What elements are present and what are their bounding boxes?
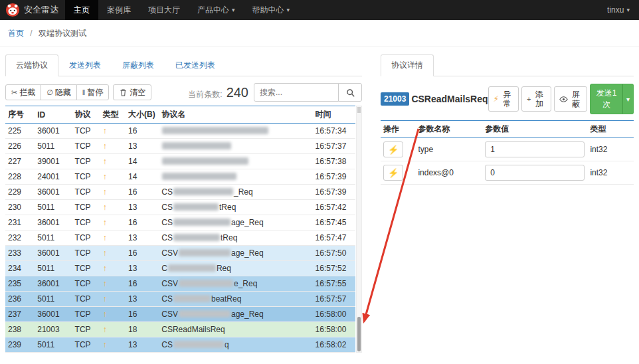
search-group <box>254 83 362 102</box>
row-protocol-name: CSVage_Req <box>159 246 312 261</box>
row-index: 236 <box>5 292 35 307</box>
param-table-body: ⚡typeint32⚡indexs@0int32 <box>381 138 634 185</box>
protocol-name-text: e_Req <box>234 279 257 288</box>
protocol-row[interactable]: 22824001TCP↑1416:57:39 <box>5 169 355 185</box>
send-dropdown-caret[interactable]: ▾ <box>622 84 634 114</box>
row-id: 5011 <box>35 337 72 353</box>
row-id: 36001 <box>35 276 72 292</box>
protocol-name-text: _Req <box>234 187 253 197</box>
row-time: 16:57:39 <box>313 169 355 185</box>
protocol-table: 序号 ID 协议 类型 大小(B) 协议名 时间 22536001TCP↑161… <box>5 106 355 353</box>
exception-button[interactable]: ⚡ 异常 <box>488 86 519 112</box>
protocol-row[interactable]: 2265011TCP↑1316:57:37 <box>5 139 355 154</box>
app-logo-icon <box>5 3 20 17</box>
row-size: 13 <box>126 337 159 353</box>
protocol-row[interactable]: 2395011TCP↑13CSq16:58:02 <box>5 337 355 353</box>
row-direction: ↑ <box>100 230 126 246</box>
param-value-cell <box>482 161 587 185</box>
user-menu[interactable]: tinxu ▾ <box>598 0 639 20</box>
search-button[interactable] <box>338 83 362 102</box>
tab-block-list[interactable]: 屏蔽列表 <box>112 54 165 76</box>
up-arrow-icon: ↑ <box>103 264 107 273</box>
protocol-row[interactable]: 23821003TCP↑18CSReadMailsReq16:58:00 <box>5 322 355 337</box>
protocol-row[interactable]: 2365011TCP↑13CSbeatReq16:57:57 <box>5 292 355 307</box>
protocol-name-text: CSV <box>161 310 178 319</box>
row-protocol: TCP <box>72 276 100 292</box>
param-value-input[interactable] <box>485 165 585 181</box>
search-input[interactable] <box>254 83 339 102</box>
block-button[interactable]: 屏蔽 <box>554 86 587 112</box>
nav-item-case-library[interactable]: 案例库 <box>98 0 139 20</box>
pause-label: 暂停 <box>87 88 103 97</box>
row-protocol-name: CStReq <box>159 200 312 215</box>
row-index: 238 <box>5 322 35 337</box>
header-id: ID <box>35 106 72 124</box>
protocol-row[interactable]: 23736001TCP↑16CSVage_Req16:58:00 <box>5 307 355 322</box>
row-direction: ↑ <box>100 139 126 154</box>
row-id: 21003 <box>35 322 72 337</box>
protocol-table-wrap: 序号 ID 协议 类型 大小(B) 协议名 时间 22536001TCP↑161… <box>5 106 362 353</box>
exception-label: 异常 <box>501 90 513 108</box>
row-protocol-name <box>159 124 312 139</box>
param-exception-button[interactable]: ⚡ <box>383 141 403 157</box>
breadcrumb-home-link[interactable]: 首页 <box>8 29 24 38</box>
row-protocol-name <box>159 169 312 185</box>
nav-item-home[interactable]: 主页 <box>65 0 98 20</box>
breadcrumb-separator: / <box>30 29 32 38</box>
send-button[interactable]: 发送1次 <box>590 84 623 114</box>
row-index: 227 <box>5 154 35 169</box>
row-protocol: TCP <box>72 185 100 200</box>
protocol-row[interactable]: 22936001TCP↑16CS_Req16:57:39 <box>5 185 355 200</box>
row-protocol-name: CSbeatReq <box>159 292 312 307</box>
lightning-icon: ⚡ <box>494 94 499 104</box>
add-button[interactable]: + 添加 <box>521 86 551 112</box>
protocol-row[interactable]: 22536001TCP↑1616:57:34 <box>5 124 355 139</box>
param-value-input[interactable] <box>485 141 585 157</box>
redacted-blur <box>173 188 233 195</box>
row-size: 16 <box>126 276 159 292</box>
row-index: 234 <box>5 261 35 276</box>
row-id: 36001 <box>35 185 72 200</box>
protocol-name-text: beatReq <box>211 294 241 304</box>
nav-item-product-center[interactable]: 产品中心 ▾ <box>189 0 244 20</box>
chevron-down-icon: ▾ <box>232 7 235 13</box>
nav-label: 帮助中心 <box>252 5 284 16</box>
tab-protocol-detail[interactable]: 协议详情 <box>381 54 434 76</box>
header-param-type: 类型 <box>587 121 634 138</box>
row-size: 13 <box>126 139 159 154</box>
row-protocol: TCP <box>72 154 100 169</box>
header-time: 时间 <box>313 106 355 124</box>
up-arrow-icon: ↑ <box>103 126 107 136</box>
row-protocol: TCP <box>72 230 100 246</box>
row-protocol: TCP <box>72 139 100 154</box>
protocol-row[interactable]: 23536001TCP↑16CSVe_Req16:57:55 <box>5 276 355 292</box>
left-tabs: 云端协议 发送列表 屏蔽列表 已发送列表 <box>5 54 362 76</box>
scrollbar-thumb[interactable] <box>357 317 361 351</box>
tab-send-list[interactable]: 发送列表 <box>58 54 112 76</box>
intercept-button[interactable]: ✂ 拦截 <box>5 84 41 100</box>
row-time: 16:57:39 <box>313 185 355 200</box>
scrollbar[interactable] <box>356 106 362 353</box>
pause-button[interactable]: ‖ 暂停 <box>76 84 110 100</box>
protocol-row[interactable]: 2345011TCP↑13CReq16:57:52 <box>5 261 355 276</box>
nav-item-project-hall[interactable]: 项目大厅 <box>139 0 189 20</box>
protocol-row[interactable]: 23136001TCP↑16CSage_Req16:57:45 <box>5 215 355 230</box>
header-param-name: 参数名称 <box>415 121 482 138</box>
protocol-row[interactable]: 2325011TCP↑13CStReq16:57:47 <box>5 230 355 246</box>
row-time: 16:57:45 <box>313 215 355 230</box>
nav-item-help-center[interactable]: 帮助中心 ▾ <box>244 0 299 20</box>
hide-button[interactable]: ∅ 隐藏 <box>41 84 77 100</box>
tab-sent-list[interactable]: 已发送列表 <box>165 54 226 76</box>
row-direction: ↑ <box>100 200 126 215</box>
protocol-row[interactable]: 2305011TCP↑13CStReq16:57:42 <box>5 200 355 215</box>
param-exception-button[interactable]: ⚡ <box>383 165 403 181</box>
protocol-row[interactable]: 23336001TCP↑16CSVage_Req16:57:50 <box>5 246 355 261</box>
protocol-row[interactable]: 22739001TCP↑1416:57:38 <box>5 154 355 169</box>
clear-button[interactable]: 清空 <box>113 84 151 100</box>
lightning-icon: ⚡ <box>388 168 399 178</box>
header-index: 序号 <box>5 106 35 124</box>
up-arrow-icon: ↑ <box>103 203 107 212</box>
row-time: 16:57:52 <box>313 261 355 276</box>
row-index: 237 <box>5 307 35 322</box>
tab-cloud-protocol[interactable]: 云端协议 <box>5 54 58 76</box>
